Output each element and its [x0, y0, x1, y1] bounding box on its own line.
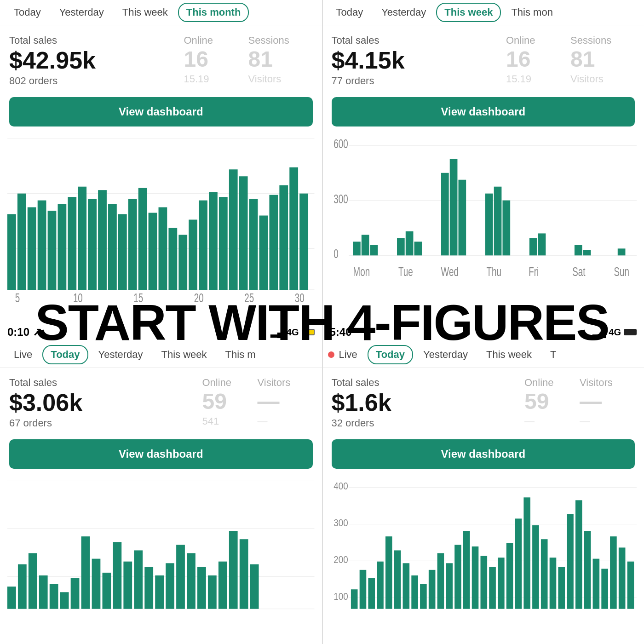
svg-rect-93 — [208, 575, 217, 609]
visitors-sub-bl: — — [258, 415, 313, 427]
svg-rect-24 — [209, 192, 218, 290]
live-dot-br — [328, 351, 334, 358]
sessions-label-tr: Sessions — [570, 34, 635, 46]
svg-rect-20 — [168, 228, 177, 290]
svg-rect-91 — [187, 553, 196, 609]
tab-thismon-tr[interactable]: This mon — [503, 3, 561, 22]
tab-thisweek-br[interactable]: This week — [478, 345, 540, 364]
svg-rect-55 — [485, 194, 493, 256]
svg-rect-110 — [385, 536, 392, 609]
online-sub-tl: 15.19 — [184, 73, 248, 85]
svg-rect-115 — [428, 570, 435, 609]
svg-text:100: 100 — [334, 591, 348, 602]
secondary-stat-tl: Online 16 15.19 — [184, 34, 248, 85]
tab-today-br[interactable]: Today — [368, 345, 413, 364]
svg-text:Sat: Sat — [572, 265, 586, 279]
svg-rect-15 — [118, 214, 127, 290]
signal-icon-bl: ▂▄ — [270, 327, 284, 338]
svg-text:30: 30 — [295, 291, 305, 304]
visitors-label-bl: Visitors — [258, 377, 313, 389]
svg-rect-27 — [239, 176, 248, 290]
svg-rect-56 — [494, 187, 501, 256]
svg-rect-12 — [88, 199, 97, 290]
tab-t-br[interactable]: T — [542, 345, 564, 364]
sessions-value-tr: 81 — [570, 48, 635, 70]
svg-rect-30 — [269, 195, 278, 290]
battery-icon-br — [624, 329, 637, 335]
tab-today-tl[interactable]: Today — [6, 3, 49, 22]
tab-thisweek-tl[interactable]: This week — [114, 3, 176, 22]
svg-rect-59 — [538, 233, 546, 255]
svg-rect-133 — [584, 531, 591, 609]
tab-live-bl[interactable]: Live — [6, 345, 40, 364]
svg-rect-132 — [575, 500, 582, 609]
chart-tr: 600 300 0 — [322, 134, 644, 322]
svg-rect-62 — [617, 248, 625, 255]
svg-rect-83 — [103, 573, 111, 609]
svg-rect-7 — [38, 201, 46, 290]
svg-text:300: 300 — [334, 518, 348, 529]
svg-rect-106 — [351, 589, 357, 609]
online-label-bl: Online — [202, 377, 258, 389]
svg-rect-4 — [7, 214, 16, 290]
svg-text:0: 0 — [334, 247, 338, 261]
svg-rect-131 — [567, 514, 574, 609]
svg-rect-26 — [229, 169, 238, 290]
svg-text:Thu: Thu — [486, 265, 501, 279]
svg-rect-119 — [463, 531, 470, 609]
visitors-stat-br: Visitors — — — [580, 377, 635, 427]
tab-thisweek-bl[interactable]: This week — [153, 345, 215, 364]
svg-rect-52 — [441, 173, 448, 256]
live-indicator-br: Live — [328, 345, 366, 364]
svg-rect-118 — [454, 545, 461, 609]
svg-rect-89 — [166, 563, 174, 609]
svg-rect-5 — [17, 194, 26, 290]
svg-rect-117 — [446, 563, 453, 609]
signal-icon-br: ▂▄ — [592, 327, 606, 338]
svg-rect-82 — [92, 559, 101, 609]
tab-thisweek-tr[interactable]: This week — [436, 3, 501, 22]
view-dashboard-btn-br[interactable]: View dashboard — [332, 439, 635, 469]
view-dashboard-btn-tr[interactable]: View dashboard — [332, 97, 635, 126]
tab-live-br[interactable]: Live — [336, 345, 366, 364]
online-sub-br: — — [524, 415, 580, 427]
orders-bl: 67 orders — [9, 417, 202, 429]
view-dashboard-btn-bl[interactable]: View dashboard — [9, 439, 313, 469]
panel-bottom-right: 5:40 ▂▄ 4G Live Today Yesterday This wee… — [322, 322, 644, 644]
tab-yesterday-tl[interactable]: Yesterday — [51, 3, 112, 22]
tab-today-tr[interactable]: Today — [328, 3, 372, 22]
svg-rect-130 — [558, 567, 565, 609]
filter-bar-br: Live Today Yesterday This week T — [322, 342, 644, 368]
online-value-br: 59 — [524, 391, 580, 413]
svg-rect-53 — [449, 159, 457, 255]
svg-rect-94 — [218, 562, 227, 609]
svg-rect-46 — [353, 242, 361, 255]
tab-yesterday-br[interactable]: Yesterday — [415, 345, 476, 364]
svg-text:Wed: Wed — [441, 265, 458, 279]
total-sales-label-tr: Total sales — [332, 34, 506, 46]
svg-rect-128 — [540, 539, 547, 609]
tab-yesterday-tr[interactable]: Yesterday — [373, 3, 434, 22]
svg-rect-113 — [411, 575, 418, 609]
svg-rect-123 — [498, 558, 505, 609]
total-sales-value-br: $1.6k — [332, 391, 525, 414]
tab-thism-bl[interactable]: This m — [217, 345, 264, 364]
svg-text:20: 20 — [194, 291, 204, 304]
svg-rect-31 — [279, 185, 288, 290]
svg-rect-75 — [18, 564, 27, 609]
tab-yesterday-bl[interactable]: Yesterday — [90, 345, 151, 364]
svg-rect-14 — [108, 204, 117, 290]
online-label-br: Online — [524, 377, 580, 389]
icons-bl: ▂▄ 4G — [270, 327, 315, 338]
tab-today-bl[interactable]: Today — [42, 345, 88, 364]
svg-rect-97 — [250, 564, 259, 609]
view-dashboard-btn-tl[interactable]: View dashboard — [9, 97, 313, 126]
svg-rect-77 — [39, 575, 48, 609]
total-sales-value-bl: $3.06k — [9, 391, 202, 414]
tab-thismonth-tl[interactable]: This month — [178, 3, 249, 22]
online-sub-bl: 541 — [202, 415, 258, 427]
svg-rect-50 — [405, 231, 413, 255]
chart-tl: 5 10 15 20 25 30 — [0, 134, 322, 322]
sessions-sub-tr: Visitors — [570, 73, 635, 85]
svg-rect-11 — [78, 187, 86, 290]
